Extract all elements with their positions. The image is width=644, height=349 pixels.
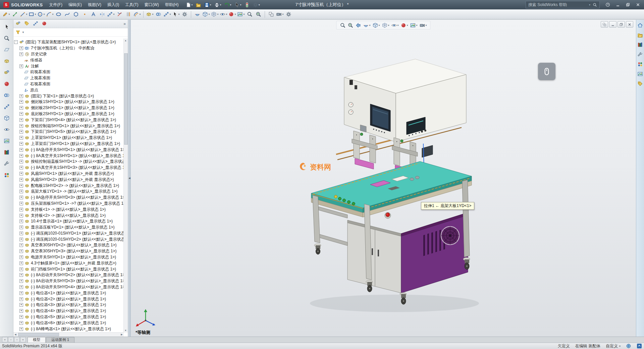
close-button[interactable] [633,1,643,8]
headsup-prev-button[interactable] [355,21,362,29]
dropdown-arrow-icon[interactable]: ▾ [369,24,370,27]
tree-item[interactable]: +(固定) 下架<1> (默认<显示状态-1>) [13,93,124,99]
tree-expand-toggle[interactable]: + [19,64,23,68]
left-toolbar-books-button[interactable] [2,148,11,156]
tree-expand-toggle[interactable]: + [19,267,23,271]
menu-item-3[interactable]: 插入(I) [104,0,122,9]
tree-item[interactable]: +7寸脉冲预压机（上对位） 中的配合 [13,45,124,51]
dropdown-arrow-icon[interactable]: ▾ [113,13,114,16]
tab-nav-button-2[interactable]: › [14,337,20,342]
search-icon[interactable] [593,3,597,7]
headsup-section-button[interactable]: ▾ [362,21,371,29]
scroll-up-icon[interactable]: ▲ [124,39,127,43]
tree-item[interactable]: +(-) 8A启动开关SHYD<3> (默认<<默认>_显示状态 1>) [13,278,124,284]
tree-expand-toggle[interactable]: + [19,136,23,140]
dropdown-arrow-icon[interactable]: ▾ [192,3,193,6]
filter-dropdown-icon[interactable]: ▼ [22,31,24,34]
tree-expand-toggle[interactable]: + [19,52,23,56]
scroll-left-icon[interactable]: ◀ [13,333,17,336]
tree-expand-toggle[interactable]: + [19,285,23,289]
headsup-mag-button[interactable] [339,21,346,29]
tree-item[interactable]: +(-) 电位器<1> (默认<<默认>_显示状态 1>) [13,290,124,296]
toolbar-trim-button[interactable] [115,10,124,18]
headsup-camera-button[interactable]: ▾ [419,21,428,29]
toolbar-gear-button[interactable] [180,10,189,18]
tree-item[interactable]: +(-) 电位器<3> (默认<<默认>_显示状态 1>) [13,302,124,308]
taskpane-props-button[interactable] [637,81,643,87]
dropdown-arrow-icon[interactable]: ▾ [43,13,45,16]
dropdown-arrow-icon[interactable]: ▾ [152,13,153,16]
dropdown-arrow-icon[interactable]: ▾ [178,13,179,16]
tab-nav-button-0[interactable]: « [2,337,8,342]
tree-item[interactable]: +(-) 电位器<2> (默认<<默认>_显示状态 1>) [13,296,124,302]
tree-expand-toggle[interactable]: + [19,321,23,325]
tree-item[interactable]: +风扇SHYD<1> (默认<<默认>_外观 显示状态>) [13,171,124,177]
left-toolbar-pattern-button[interactable] [2,102,11,111]
dropdown-arrow-icon[interactable]: ▾ [407,24,408,27]
dropdown-arrow-icon[interactable]: ▾ [52,13,53,16]
taskpane-home-button[interactable] [637,22,643,29]
headsup-eye-button[interactable]: ▾ [390,21,399,29]
print-button[interactable]: ▾ [213,1,222,8]
dropdown-arrow-icon[interactable]: ▾ [26,13,27,16]
left-toolbar-asm-button[interactable] [2,68,11,77]
tree-expand-toggle[interactable]: + [19,261,23,265]
tree-expand-toggle[interactable]: + [19,309,23,313]
tree-expand-toggle[interactable]: + [19,219,23,223]
tree-expand-toggle[interactable]: + [19,291,23,295]
tree-item[interactable]: +10.4寸显示器<1> (默认<<默认>_显示状态 1>) [13,218,124,225]
open-button[interactable] [195,1,202,8]
tree-item[interactable]: +(-) 8A急停开关SHYD<3> (默认<<默认>_显示状态 1>) [13,195,124,201]
toolbar-ball-button[interactable]: ▾ [228,10,236,18]
dropdown-arrow-icon[interactable]: ▾ [8,13,10,16]
tree-vertical-scrollbar[interactable]: ▲ ▼ [123,39,128,333]
tree-expand-toggle[interactable]: + [19,208,23,211]
scroll-down-icon[interactable]: ▼ [124,329,127,333]
left-toolbar-scene-button[interactable] [2,137,11,145]
toolbar-ellipse-button[interactable] [54,10,63,18]
restore-document-button[interactable] [618,21,625,28]
tree-expand-toggle[interactable]: + [19,46,23,50]
tree-expand-toggle[interactable]: + [19,130,23,134]
headsup-cube-button[interactable]: ▾ [372,21,380,29]
tree-expand-toggle[interactable]: + [19,243,23,247]
dropdown-arrow-icon[interactable]: ▾ [282,13,283,16]
dropdown-arrow-icon[interactable]: ▾ [35,13,36,16]
toolbar-arc-button[interactable]: ▾ [46,10,54,18]
dropdown-arrow-icon[interactable]: ▾ [426,24,427,27]
tile-document-button[interactable] [601,21,608,28]
expand-panel-icon[interactable] [637,343,642,349]
tree-expand-toggle[interactable]: + [19,327,23,331]
tree-expand-toggle[interactable]: - [14,40,18,44]
menu-item-6[interactable]: 帮助(H) [162,0,182,9]
tree-item[interactable]: +支持板<2> -> (默认<<默认>_显示状态 1>) [13,212,124,218]
dropdown-arrow-icon[interactable]: ▾ [169,13,171,16]
tree-expand-toggle[interactable]: + [19,249,23,253]
toolbar-tile-button[interactable] [267,10,275,18]
menu-item-5[interactable]: 窗口(W) [142,0,162,9]
tree-item[interactable]: +底封板2SHYD<1> (默认<<默认>_显示状态 1>) [13,111,124,117]
tree-item[interactable]: +前门挡板SHYD<1> (默认<<默认>_显示状态 1>) [13,266,124,272]
undo-button[interactable]: ▾ [223,1,232,8]
headsup-ball-button[interactable]: ▾ [400,21,409,29]
left-toolbar-eye-button[interactable] [2,125,11,134]
dropdown-arrow-icon[interactable]: ▾ [243,13,245,16]
machine-3d-model[interactable] [304,48,492,316]
left-toolbar-wrench-button[interactable] [2,159,11,168]
help-search-input[interactable]: 搜索 SolidWorks 帮助 ▾ [526,1,600,8]
tree-item[interactable]: 右视基准面 [13,81,124,87]
toolbar-rect-button[interactable]: ▾ [28,10,37,18]
tree-item[interactable]: +4.3寸触摸屏<1> (默认<<默认>_外观 显示状态>) [13,260,124,266]
filter-funnel-icon[interactable] [15,30,20,35]
tree-item[interactable]: 原点 [13,87,124,93]
tree-expand-toggle[interactable]: + [19,303,23,307]
minimize-document-button[interactable] [609,21,616,28]
tree-expand-toggle[interactable]: + [19,112,23,116]
tree-item[interactable]: +上罩架后门SHYD<1> (默认<<默认>_显示状态 1>) [13,141,124,147]
menu-item-2[interactable]: 视图(V) [85,0,104,9]
menu-item-1[interactable]: 编辑(E) [65,0,85,9]
tree-item[interactable]: +按钮控制箱SHYD<1> (默认<<默认>_显示状态 1>) [13,123,124,129]
scroll-right-icon[interactable]: ▶ [120,333,124,336]
dropdown-arrow-icon[interactable]: ▾ [378,24,380,27]
tree-item[interactable]: +(-) 8A蜂鸣器<1> (默认<<默认>_显示状态 1>) [13,326,124,332]
